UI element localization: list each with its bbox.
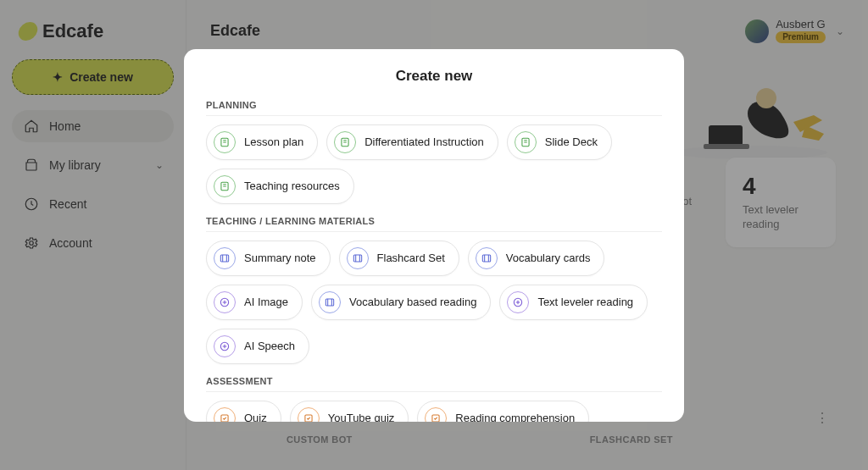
modal-pill-row: Lesson planDifferentiated InstructionSli… — [206, 124, 662, 204]
pill-label: Flashcard Set — [377, 252, 445, 264]
pill-lesson-plan[interactable]: Lesson plan — [206, 124, 318, 160]
pill-quiz[interactable]: Quiz — [206, 401, 281, 422]
differentiated-instruction-icon — [334, 131, 356, 153]
pill-differentiated-instruction[interactable]: Differentiated Instruction — [326, 124, 498, 160]
pill-label: Lesson plan — [244, 135, 303, 148]
modal-overlay[interactable]: Create new PLANNINGLesson planDifferenti… — [0, 0, 868, 470]
pill-label: YouTube quiz — [328, 412, 395, 422]
pill-vocabulary-based-reading[interactable]: Vocabulary based reading — [311, 285, 491, 320]
pill-flashcard-set[interactable]: Flashcard Set — [339, 241, 459, 276]
pill-label: Text leveler reading — [537, 296, 633, 308]
svg-rect-12 — [482, 254, 490, 261]
modal-section-heading: PLANNING — [206, 100, 662, 116]
svg-rect-14 — [326, 298, 333, 305]
svg-rect-10 — [220, 254, 228, 261]
modal-sections: PLANNINGLesson planDifferentiated Instru… — [206, 100, 662, 422]
pill-label: AI Speech — [244, 340, 295, 352]
modal-pill-row: Summary noteFlashcard SetVocabulary card… — [206, 241, 662, 364]
text-leveler-reading-icon — [507, 291, 529, 313]
pill-slide-deck[interactable]: Slide Deck — [507, 124, 612, 160]
teaching-resources-icon — [214, 175, 236, 197]
ai-image-icon — [214, 291, 236, 313]
pill-label: Vocabulary cards — [506, 252, 591, 264]
pill-ai-image[interactable]: AI Image — [206, 285, 303, 320]
pill-youtube-quiz[interactable]: YouTube quiz — [290, 401, 409, 422]
pill-text-leveler-reading[interactable]: Text leveler reading — [499, 285, 648, 320]
modal-section-heading: TEACHING / LEARNING MATERIALS — [206, 216, 662, 232]
pill-label: Teaching resources — [244, 180, 340, 192]
pill-ai-speech[interactable]: AI Speech — [206, 329, 309, 364]
pill-label: Vocabulary based reading — [349, 296, 476, 308]
youtube-quiz-icon — [298, 407, 320, 422]
app-root: Edcafe ✦ Create new Home My library ⌄ Re… — [0, 0, 868, 470]
slide-deck-icon — [515, 131, 537, 153]
summary-note-icon — [214, 247, 236, 269]
lesson-plan-icon — [214, 131, 236, 153]
modal-section-heading: ASSESSMENT — [206, 376, 662, 392]
vocabulary-cards-icon — [476, 247, 498, 269]
quiz-icon — [214, 407, 236, 422]
pill-label: Quiz — [244, 412, 267, 422]
pill-summary-note[interactable]: Summary note — [206, 241, 331, 276]
pill-label: AI Image — [244, 296, 288, 308]
pill-reading-comprehension[interactable]: Reading comprehension — [417, 401, 589, 422]
pill-label: Reading comprehension — [455, 412, 575, 422]
pill-label: Summary note — [244, 252, 316, 264]
pill-vocabulary-cards[interactable]: Vocabulary cards — [468, 241, 605, 276]
create-new-modal: Create new PLANNINGLesson planDifferenti… — [184, 49, 684, 422]
ai-speech-icon — [214, 335, 236, 357]
pill-label: Slide Deck — [545, 135, 598, 148]
reading-comprehension-icon — [425, 407, 447, 422]
svg-rect-11 — [353, 254, 361, 261]
vocabulary-based-reading-icon — [319, 291, 341, 313]
pill-label: Differentiated Instruction — [364, 135, 484, 148]
modal-title: Create new — [206, 68, 662, 85]
flashcard-set-icon — [347, 247, 369, 269]
modal-pill-row: QuizYouTube quizReading comprehension — [206, 401, 662, 422]
pill-teaching-resources[interactable]: Teaching resources — [206, 169, 354, 204]
